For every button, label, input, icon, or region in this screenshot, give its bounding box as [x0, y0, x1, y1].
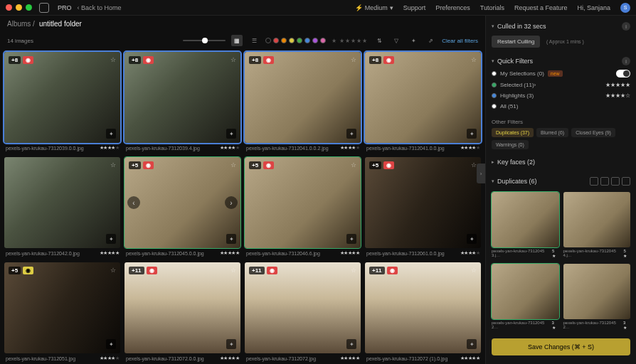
color-blue[interactable]: [304, 38, 310, 43]
dup-view-2[interactable]: [600, 177, 609, 186]
clear-filters[interactable]: Clear all filters: [442, 38, 478, 44]
quick-filter-row[interactable]: Highlights (3) ★★★★☆: [492, 90, 630, 101]
filter-pill[interactable]: Duplicates (37): [492, 128, 534, 137]
spray-icon[interactable]: ✦: [106, 339, 116, 349]
duplicates-header[interactable]: ▾Duplicates (6): [492, 175, 630, 188]
rating-stars[interactable]: ★★★★★: [220, 355, 240, 361]
quick-filter-row[interactable]: All (51): [492, 101, 630, 112]
spray-icon[interactable]: ✦: [106, 234, 116, 244]
dup-view-3[interactable]: [611, 177, 620, 186]
star-icon[interactable]: ☆: [471, 161, 477, 168]
maximize-icon[interactable]: [26, 4, 32, 11]
breadcrumb-albums[interactable]: Albums /: [7, 20, 35, 28]
quick-filter-row[interactable]: My Selections (0) new: [492, 68, 630, 80]
star-filter[interactable]: ★ ★★★★★: [332, 38, 368, 44]
rating-stars[interactable]: ★★★★★: [100, 355, 120, 361]
duplicate-card[interactable]: pexels-yan-krukau-7312045 2…3 ★: [563, 264, 631, 331]
culled-header[interactable]: ▾Culled in 32 secsi: [492, 20, 630, 33]
spray-icon[interactable]: ✦: [467, 234, 477, 244]
next-arrow-icon[interactable]: ›: [225, 196, 238, 209]
link-icon[interactable]: ⇗: [425, 35, 436, 46]
star-icon[interactable]: ☆: [351, 56, 356, 63]
filter-pill[interactable]: Closed Eyes (9): [571, 128, 615, 137]
rating-stars[interactable]: ★★★★★: [340, 145, 360, 151]
star-icon[interactable]: ☆: [230, 56, 236, 63]
color-purple[interactable]: [312, 38, 318, 43]
star-icon[interactable]: ☆: [351, 161, 356, 168]
color-red[interactable]: [273, 38, 279, 43]
star-icon[interactable]: ☆: [230, 267, 236, 274]
star-icon[interactable]: ☆: [110, 56, 116, 63]
spray-icon[interactable]: ✦: [226, 234, 236, 244]
quick-filter-row[interactable]: Selected (11)› ★★★★★: [492, 80, 630, 90]
color-green[interactable]: [297, 38, 302, 43]
rating-stars[interactable]: ★★★★★: [460, 250, 480, 256]
nav-tutorials[interactable]: Tutorials: [480, 4, 504, 11]
dup-view-1[interactable]: [590, 177, 598, 186]
quick-filters-header[interactable]: ▾Quick Filtersi: [492, 55, 630, 68]
restart-culling-button[interactable]: Restart Culling: [492, 36, 540, 48]
nav-request[interactable]: Request a Feature: [514, 4, 568, 11]
info-icon[interactable]: i: [622, 22, 630, 31]
color-orange[interactable]: [281, 38, 287, 43]
rating-stars[interactable]: ★★★★★: [460, 145, 480, 151]
filter-toggle[interactable]: [616, 70, 630, 77]
spray-icon[interactable]: ✦: [467, 339, 477, 349]
grid-view-icon[interactable]: ▦: [231, 35, 243, 46]
star-icon[interactable]: ☆: [110, 267, 116, 274]
prev-arrow-icon[interactable]: ‹: [127, 196, 140, 209]
spray-tool-icon[interactable]: ✦: [408, 35, 419, 46]
spray-icon[interactable]: ✦: [226, 339, 236, 349]
rating-stars[interactable]: ★★★★★: [100, 145, 120, 151]
image-card[interactable]: +5◉ ☆ ✦ pexels-yan-krukau-7312046.6.jpg★…: [245, 157, 361, 258]
color-yellow[interactable]: [289, 38, 295, 43]
image-card[interactable]: +8◉ ☆ ✦ pexels-yan-krukau-7312041.0.0.2.…: [245, 52, 361, 153]
zoom-slider[interactable]: [183, 40, 226, 41]
nav-preferences[interactable]: Preferences: [435, 4, 470, 11]
duplicate-card[interactable]: pexels-yan-krukau-7312045 4.j…5 ★: [563, 192, 631, 259]
image-card[interactable]: +5◉ ☆ ✦ ‹› pexels-yan-krukau-7312045.0.0…: [124, 157, 240, 258]
rating-stars[interactable]: ★★★★★: [220, 145, 240, 151]
back-to-home[interactable]: ‹ Back to Home: [78, 4, 122, 11]
nav-support[interactable]: Support: [403, 4, 426, 11]
rating-stars[interactable]: ★★★★★: [460, 355, 480, 361]
image-card[interactable]: +11◉ ☆ ✦ pexels-yan-krukau-7312072.jpg★★…: [245, 262, 361, 363]
image-card[interactable]: +8◉ ☆ ✦ pexels-yan-krukau-7312041.0.0.jp…: [365, 52, 481, 153]
rating-stars[interactable]: ★★★★★: [100, 250, 120, 256]
close-icon[interactable]: [6, 4, 12, 11]
star-icon[interactable]: ☆: [471, 267, 477, 274]
star-icon[interactable]: ☆: [110, 161, 116, 168]
sort-icon[interactable]: ⇅: [373, 35, 385, 46]
key-faces-header[interactable]: ▸Key faces (2): [492, 156, 630, 168]
filter-icon[interactable]: ▽: [391, 35, 402, 46]
filter-pill[interactable]: Blurred (6): [536, 128, 568, 137]
image-card[interactable]: ☆ ✦ pexels-yan-krukau-7312042.0.jpg★★★★★: [4, 157, 120, 258]
info-icon[interactable]: i: [622, 57, 630, 65]
spray-icon[interactable]: ✦: [226, 129, 236, 139]
speed-toggle[interactable]: ⚡Medium ▾: [355, 4, 393, 11]
spray-icon[interactable]: ✦: [346, 129, 356, 139]
color-pink[interactable]: [320, 38, 326, 43]
duplicate-card[interactable]: pexels-yan-krukau-7312045 2…3 ★: [492, 264, 559, 331]
collapse-panel-icon[interactable]: ›: [477, 164, 485, 183]
image-card[interactable]: +5◉ ☆ ✦ pexels-yan-krukau-7312061.0.0.jp…: [365, 157, 481, 258]
color-none[interactable]: [265, 38, 271, 43]
star-icon[interactable]: ☆: [230, 161, 236, 168]
list-view-icon[interactable]: ☰: [248, 35, 260, 46]
save-changes-button[interactable]: Save Changes (⌘ + S): [492, 338, 630, 355]
minimize-icon[interactable]: [16, 4, 22, 11]
spray-icon[interactable]: ✦: [467, 129, 477, 139]
duplicate-card[interactable]: pexels-yan-krukau-7312045 3.j…5 ★: [492, 192, 559, 259]
star-icon[interactable]: ☆: [351, 267, 356, 274]
image-card[interactable]: +11◉ ☆ ✦ pexels-yan-krukau-7312072 (1).0…: [365, 262, 481, 363]
color-filter[interactable]: [265, 38, 326, 43]
rating-stars[interactable]: ★★★★★: [340, 355, 360, 361]
spray-icon[interactable]: ✦: [106, 129, 116, 139]
image-card[interactable]: +11◉ ☆ ✦ pexels-yan-krukau-7312072.0.0.j…: [124, 262, 240, 363]
avatar[interactable]: S: [620, 3, 630, 13]
image-card[interactable]: +8◉ ☆ ✦ pexels-yan-krukau-7312039.4.jpg★…: [124, 52, 240, 153]
rating-stars[interactable]: ★★★★★: [220, 250, 240, 256]
image-card[interactable]: +8◉ ☆ ✦ pexels-yan-krukau-7312039.0.0.jp…: [4, 52, 120, 153]
rating-stars[interactable]: ★★★★★: [340, 250, 360, 256]
spray-icon[interactable]: ✦: [346, 339, 356, 349]
